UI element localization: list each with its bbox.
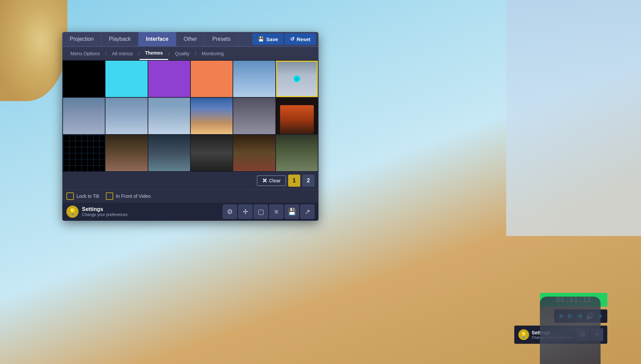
theme-fireplace[interactable] [276,98,318,134]
pagination: 🗙 Clear 1 2 [257,175,314,187]
lock-to-tilt-label: Lock to Tilt [77,193,99,199]
toolbar-list-icon: ≡ [274,208,278,216]
tab-playback[interactable]: Playback [101,32,139,46]
tab-interface[interactable]: Interface [139,32,176,46]
toolbar-save-icon: 💾 [288,208,296,216]
subnav-monitoring[interactable]: Monitoring [196,48,229,60]
theme-purple[interactable] [148,61,190,97]
toolbar-cursor-icon: ✛ [243,208,248,216]
toolbar-gear-icon: ⚙ [227,208,233,216]
reset-label: Reset [297,36,310,42]
save-label: Save [266,36,278,42]
in-front-box [106,192,113,200]
theme-clouds1[interactable] [63,98,105,134]
theme-grid-floor[interactable] [63,135,105,171]
toolbar-cursor-button[interactable]: ✛ [238,205,252,219]
checkbox-area: Lock to Tilt In Front of Video [62,189,318,203]
subnav-themes[interactable]: Themes [140,47,168,60]
reset-button[interactable]: ↺ Reset [285,33,316,45]
save-button[interactable]: 💾 Save [252,33,283,45]
theme-black[interactable] [63,61,105,97]
selected-indicator [294,75,300,82]
theme-sunset[interactable] [191,98,233,134]
theme-cyan[interactable] [105,61,147,97]
toolbar-gear-button[interactable]: ⚙ [223,205,237,219]
lock-to-tilt-checkbox[interactable]: Lock to Tilt [66,192,99,200]
bottom-controls: 🗙 Clear 1 2 [62,172,318,189]
settings-subtitle: Change your preferences [82,212,127,217]
theme-living[interactable] [233,135,275,171]
clear-label: Clear [269,178,281,183]
tab-projection[interactable]: Projection [62,32,101,46]
bottom-toolbar: 💡 Settings Change your preferences ⚙ ✛ ▢… [62,203,318,221]
toolbar-export-icon: ↗ [305,208,310,216]
toolbar-crop-icon: ▢ [258,208,264,216]
theme-stormy[interactable] [233,98,275,134]
sub-nav: Menu Options / Alt menus / Themes / Qual… [62,47,318,60]
background-panel [506,0,641,236]
theme-orange[interactable] [191,61,233,97]
tab-bar: Projection Playback Interface Other Pres… [62,32,318,47]
settings-info: 💡 Settings Change your preferences [66,206,221,218]
page-1-button[interactable]: 1 [288,175,300,187]
subnav-alt-menus[interactable]: Alt menus [106,48,138,60]
subnav-menu-options[interactable]: Menu Options [65,48,105,60]
tab-other[interactable]: Other [176,32,205,46]
toolbar-list-button[interactable]: ≡ [269,205,283,219]
fireplace-glow [280,105,313,134]
toolbar-crop-button[interactable]: ▢ [254,205,268,219]
theme-clouds3[interactable] [148,98,190,134]
theme-grid [62,60,318,172]
subnav-quality[interactable]: Quality [170,48,195,60]
theme-theater[interactable] [191,135,233,171]
settings-title: Settings [82,206,127,212]
vr-controller [540,297,601,364]
theme-lobby1[interactable] [105,135,147,171]
save-icon: 💾 [258,36,264,42]
theme-clouds2[interactable] [105,98,147,134]
theme-lobby2[interactable] [148,135,190,171]
main-settings-panel: Projection Playback Interface Other Pres… [62,32,318,221]
lock-to-tilt-box [66,192,74,200]
toolbar-icons: ⚙ ✛ ▢ ≡ 💾 ↗ [223,205,314,219]
tab-presets[interactable]: Presets [205,32,238,46]
toolbar-export-button[interactable]: ↗ [300,205,314,219]
settings-text-block: Settings Change your preferences [82,206,127,217]
clear-button[interactable]: 🗙 Clear [257,175,286,186]
reset-icon: ↺ [290,36,295,42]
settings-bulb-icon: 💡 [66,206,79,218]
theme-sky[interactable] [233,61,275,97]
clear-icon: 🗙 [262,178,267,183]
toolbar-save-button[interactable]: 💾 [285,205,299,219]
hud-bulb-icon: 💡 [518,329,529,340]
in-front-label: In Front of Video [116,193,151,199]
in-front-of-video-checkbox[interactable]: In Front of Video [106,192,151,200]
page-2-button[interactable]: 2 [302,175,314,187]
theme-modern[interactable] [276,135,318,171]
theme-cloudy[interactable] [276,61,318,97]
tab-actions: 💾 Save ↺ Reset [252,32,318,46]
